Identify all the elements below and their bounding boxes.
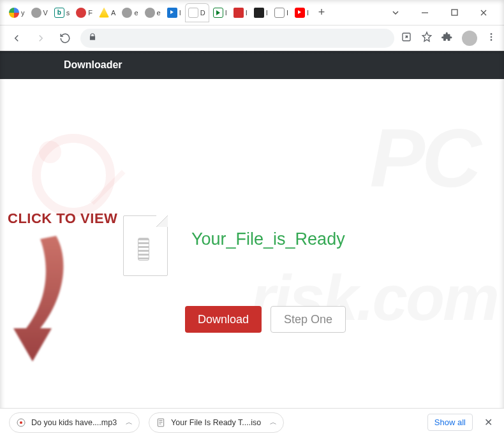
back-button[interactable] [8,29,26,47]
close-shelf-button[interactable]: ✕ [482,414,495,431]
forward-button[interactable] [32,29,50,47]
page-header: Downloader [0,51,504,79]
browser-tab[interactable]: I [165,3,184,22]
tab-label: A [111,9,115,17]
tab-label: D [200,9,205,17]
tab-label: V [43,9,48,17]
code-icon [274,8,285,18]
address-bar[interactable] [80,29,394,48]
tab-label: e [157,9,161,17]
google-icon [9,8,19,18]
iso-file-icon [156,418,166,428]
svg-point-2 [491,33,493,35]
chevron-up-icon[interactable]: ︿ [126,418,133,427]
chevron-up-icon[interactable]: ︿ [270,418,277,427]
close-button[interactable] [470,3,498,22]
browser-tab[interactable]: I [272,3,291,22]
play-icon [213,8,223,18]
browser-tab[interactable]: I [292,3,311,22]
toolbar-trailing [401,31,496,46]
tab-label: e [134,9,138,17]
tab-label: I [179,9,181,17]
download-item[interactable]: Do you kids have....mp3 ︿ [9,412,140,433]
close-tab-icon[interactable]: × [209,9,209,17]
download-shelf: Do you kids have....mp3 ︿ Your File Is R… [0,408,504,436]
document-icon [188,8,198,18]
globe-icon [145,8,155,18]
browser-tab[interactable]: y [6,3,27,22]
tab-label: y [21,9,25,17]
file-ready-title: Your_File_is_Ready [191,229,345,249]
reload-button[interactable] [56,29,74,47]
tab-label: I [225,9,227,17]
chevron-down-icon[interactable] [382,3,410,22]
browser-tab[interactable]: e [119,3,140,22]
tab-strip: y V bs F A e e I D× I I I I I + [6,0,382,25]
globe-icon [31,8,41,18]
video-icon [167,8,177,18]
browser-toolbar [0,25,504,51]
link-icon [76,8,86,18]
tab-label: I [307,9,309,17]
menu-icon[interactable] [486,32,496,45]
globe-icon [122,8,132,18]
tab-label: I [266,9,268,17]
extensions-icon[interactable] [441,31,453,45]
browser-tab[interactable]: A [96,3,118,22]
download-button[interactable]: Download [185,306,262,333]
download-filename: Do you kids have....mp3 [31,418,117,427]
browser-tab[interactable]: I [211,3,230,22]
browser-tab[interactable]: I [251,3,271,22]
tab-label: I [286,9,288,17]
audio-file-icon [16,418,26,428]
svg-rect-7 [158,419,163,426]
new-tab-button[interactable]: + [313,4,330,22]
show-all-downloads-button[interactable]: Show all [427,414,473,431]
profile-avatar[interactable] [462,31,477,46]
lock-icon [88,33,97,44]
bing-icon: b [54,8,64,18]
download-filename: Your File Is Ready T....iso [171,418,261,427]
warning-icon [99,8,109,18]
tab-label: I [246,9,248,17]
maximize-button[interactable] [440,3,468,22]
share-icon[interactable] [401,31,412,45]
svg-point-3 [491,36,493,38]
minimize-button[interactable] [411,3,439,22]
youtube-icon [295,8,305,18]
button-row: Download Step One [185,306,346,333]
browser-tab[interactable]: bs [52,3,73,22]
window-controls [382,3,498,22]
browser-tab[interactable]: F [73,3,95,22]
bookmark-icon[interactable] [421,31,433,45]
site-title: Downloader [64,59,122,71]
arrow-down-icon [5,233,75,367]
page-content: Downloader PC risk.com CLICK TO VIEW You… [0,51,504,408]
browser-tab[interactable]: e [142,3,163,22]
tv-icon [254,8,264,18]
video-icon [233,8,244,18]
browser-tab-active[interactable]: D× [185,3,209,22]
step-one-button[interactable]: Step One [271,306,346,333]
download-item[interactable]: Your File Is Ready T....iso ︿ [149,412,284,433]
tab-label: F [88,9,93,17]
watermark-magnifier-icon [32,134,115,217]
watermark-text: PC [369,121,478,196]
svg-point-4 [491,39,493,41]
zip-file-icon [123,215,168,276]
browser-tab[interactable]: V [29,3,50,22]
window-titlebar: y V bs F A e e I D× I I I I I + [0,0,504,25]
tab-label: s [66,9,70,17]
click-to-view-label: CLICK TO VIEW [8,210,117,227]
svg-rect-0 [452,10,457,15]
browser-tab[interactable]: I [231,3,250,22]
svg-point-6 [20,421,22,424]
